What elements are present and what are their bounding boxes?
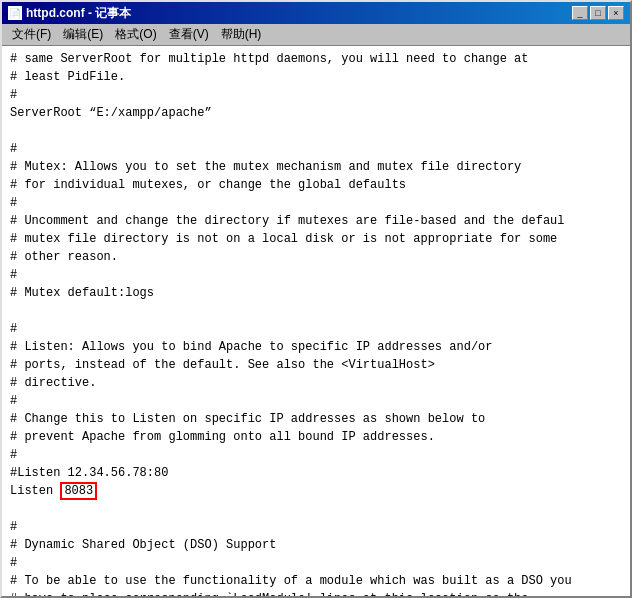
menu-edit[interactable]: 编辑(E) <box>57 24 109 45</box>
main-window: 📄 httpd.conf - 记事本 _ □ × 文件(F) 编辑(E) 格式(… <box>0 0 632 598</box>
text-line: # mutex file directory is not on a local… <box>10 230 622 248</box>
text-line: # <box>10 194 622 212</box>
text-line: # same ServerRoot for multiple httpd dae… <box>10 50 622 68</box>
text-line: # Uncomment and change the directory if … <box>10 212 622 230</box>
text-line: # <box>10 518 622 536</box>
text-line: # directive. <box>10 374 622 392</box>
text-line: # have to place corresponding `LoadModul… <box>10 590 622 596</box>
text-line: ​ <box>10 500 622 518</box>
text-line: # Mutex: Allows you to set the mutex mec… <box>10 158 622 176</box>
text-line: # Listen: Allows you to bind Apache to s… <box>10 338 622 356</box>
text-line: ServerRoot “E:/xampp/apache” <box>10 104 622 122</box>
menu-bar: 文件(F) 编辑(E) 格式(O) 查看(V) 帮助(H) <box>2 24 630 46</box>
text-line: # <box>10 446 622 464</box>
text-line: #Listen 12.34.56.78:80 <box>10 464 622 482</box>
text-line: # for individual mutexes, or change the … <box>10 176 622 194</box>
text-line: # prevent Apache from glomming onto all … <box>10 428 622 446</box>
text-line: ​ <box>10 122 622 140</box>
text-line: # Dynamic Shared Object (DSO) Support <box>10 536 622 554</box>
text-line: # <box>10 140 622 158</box>
menu-format[interactable]: 格式(O) <box>109 24 162 45</box>
menu-view[interactable]: 查看(V) <box>163 24 215 45</box>
app-icon: 📄 <box>8 6 22 20</box>
text-line: # other reason. <box>10 248 622 266</box>
menu-file[interactable]: 文件(F) <box>6 24 57 45</box>
minimize-button[interactable]: _ <box>572 6 588 20</box>
text-line: # Mutex default:logs <box>10 284 622 302</box>
title-bar-buttons: _ □ × <box>572 6 624 20</box>
text-line: # <box>10 266 622 284</box>
window-title: httpd.conf - 记事本 <box>26 5 131 22</box>
text-line: Listen 8083 <box>10 482 622 500</box>
text-line: # least PidFile. <box>10 68 622 86</box>
text-editor-content[interactable]: # same ServerRoot for multiple httpd dae… <box>2 46 630 596</box>
text-line: # ports, instead of the default. See als… <box>10 356 622 374</box>
text-line: # <box>10 320 622 338</box>
text-line: # <box>10 86 622 104</box>
menu-help[interactable]: 帮助(H) <box>215 24 268 45</box>
title-bar: 📄 httpd.conf - 记事本 _ □ × <box>2 2 630 24</box>
text-line: # Change this to Listen on specific IP a… <box>10 410 622 428</box>
text-line: # To be able to use the functionality of… <box>10 572 622 590</box>
highlighted-port: 8083 <box>60 482 97 500</box>
close-button[interactable]: × <box>608 6 624 20</box>
text-line: ​ <box>10 302 622 320</box>
text-line: # <box>10 392 622 410</box>
maximize-button[interactable]: □ <box>590 6 606 20</box>
text-line: # <box>10 554 622 572</box>
title-bar-left: 📄 httpd.conf - 记事本 <box>8 5 131 22</box>
